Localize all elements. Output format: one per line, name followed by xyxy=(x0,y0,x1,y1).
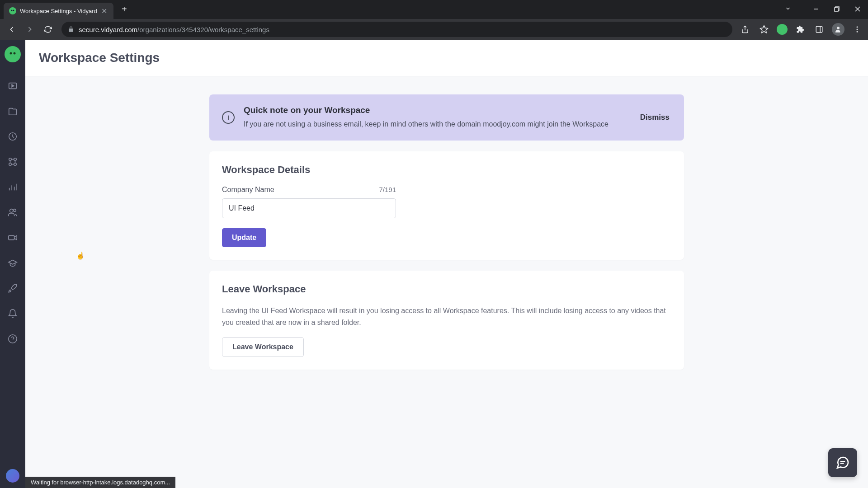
close-icon[interactable]: ✕ xyxy=(101,7,108,14)
alert-text: If you are not using a business email, k… xyxy=(244,119,629,130)
svg-point-30 xyxy=(10,209,13,212)
company-name-label: Company Name xyxy=(222,186,274,194)
workspace-details-card: Workspace Details Company Name 7/191 Upd… xyxy=(209,151,684,260)
forward-button[interactable] xyxy=(23,22,37,37)
info-icon: i xyxy=(222,111,235,124)
tab-dropdown-icon[interactable] xyxy=(785,5,791,12)
chat-widget-button[interactable] xyxy=(828,448,857,477)
main-content: Workspace Settings i Quick note on your … xyxy=(25,40,868,488)
url-text: secure.vidyard.com/organizations/3454320… xyxy=(79,26,726,33)
card-title: Workspace Details xyxy=(222,164,671,176)
help-icon[interactable] xyxy=(4,330,22,348)
status-bar: Waiting for browser-http-intake.logs.dat… xyxy=(25,477,175,488)
svg-rect-32 xyxy=(9,235,14,239)
svg-point-21 xyxy=(14,163,17,166)
svg-point-9 xyxy=(837,27,840,29)
analytics-icon[interactable] xyxy=(4,178,22,196)
sidebar xyxy=(0,40,25,488)
workspace-alert: i Quick note on your Workspace If you ar… xyxy=(209,94,684,141)
page-header: Workspace Settings xyxy=(25,40,868,76)
svg-point-20 xyxy=(9,163,12,166)
svg-point-31 xyxy=(14,209,16,212)
svg-point-12 xyxy=(857,31,858,33)
svg-rect-7 xyxy=(816,26,822,33)
page-title: Workspace Settings xyxy=(39,51,854,65)
card-title: Leave Workspace xyxy=(222,283,671,295)
svg-point-10 xyxy=(857,26,858,28)
app-logo-icon[interactable] xyxy=(5,46,21,62)
address-bar: secure.vidyard.com/organizations/3454320… xyxy=(0,19,868,40)
leave-workspace-card: Leave Workspace Leaving the UI Feed Work… xyxy=(209,271,684,370)
lock-icon xyxy=(68,26,74,33)
videos-icon[interactable] xyxy=(4,77,22,95)
profile-avatar-icon[interactable] xyxy=(832,23,844,36)
cursor-icon: ☝ xyxy=(76,251,85,260)
notifications-icon[interactable] xyxy=(4,305,22,323)
alert-title: Quick note on your Workspace xyxy=(244,105,629,115)
reload-button[interactable] xyxy=(41,22,55,37)
svg-point-18 xyxy=(9,158,12,161)
window-controls xyxy=(806,0,868,18)
svg-marker-6 xyxy=(760,26,768,33)
back-button[interactable] xyxy=(5,22,19,37)
svg-point-0 xyxy=(11,10,13,11)
favicon-icon xyxy=(9,7,16,14)
minimize-button[interactable] xyxy=(806,0,826,18)
user-avatar-icon[interactable] xyxy=(6,469,19,483)
extension-badge-icon[interactable] xyxy=(777,24,788,35)
close-window-button[interactable] xyxy=(847,0,868,18)
app-body: Workspace Settings i Quick note on your … xyxy=(0,40,868,488)
update-button[interactable]: Update xyxy=(222,228,266,247)
extensions-icon[interactable] xyxy=(794,23,807,36)
tab-bar: Workspace Settings - Vidyard ✕ + xyxy=(0,0,868,19)
dashboard-icon[interactable] xyxy=(4,127,22,145)
char-count: 7/191 xyxy=(379,186,396,194)
browser-chrome: Workspace Settings - Vidyard ✕ + xyxy=(0,0,868,40)
svg-point-11 xyxy=(857,29,858,30)
star-icon[interactable] xyxy=(758,23,770,36)
svg-point-19 xyxy=(14,158,17,161)
menu-icon[interactable] xyxy=(851,23,863,36)
svg-point-13 xyxy=(10,52,12,55)
content-area: i Quick note on your Workspace If you ar… xyxy=(25,76,868,388)
toolbar-icons xyxy=(739,23,863,36)
leave-workspace-button[interactable]: Leave Workspace xyxy=(222,337,304,357)
sidepanel-icon[interactable] xyxy=(813,23,826,36)
team-icon[interactable] xyxy=(4,203,22,221)
url-bar[interactable]: secure.vidyard.com/organizations/3454320… xyxy=(61,22,732,37)
svg-point-14 xyxy=(14,52,16,55)
company-name-input[interactable] xyxy=(222,198,396,218)
share-icon[interactable] xyxy=(739,23,751,36)
svg-point-33 xyxy=(9,335,17,343)
leave-description: Leaving the UI Feed Workspace will resul… xyxy=(222,305,671,328)
dismiss-button[interactable]: Dismiss xyxy=(638,109,671,126)
browser-tab-active[interactable]: Workspace Settings - Vidyard ✕ xyxy=(4,3,113,19)
tab-title: Workspace Settings - Vidyard xyxy=(20,8,97,14)
rocket-icon[interactable] xyxy=(4,279,22,297)
svg-marker-16 xyxy=(12,84,14,87)
svg-point-1 xyxy=(13,10,14,11)
new-tab-button[interactable]: + xyxy=(118,3,131,15)
academy-icon[interactable] xyxy=(4,254,22,272)
channels-icon[interactable] xyxy=(4,229,22,247)
integrations-icon[interactable] xyxy=(4,153,22,171)
maximize-button[interactable] xyxy=(826,0,847,18)
rooms-icon[interactable] xyxy=(4,102,22,120)
svg-rect-3 xyxy=(835,8,838,11)
